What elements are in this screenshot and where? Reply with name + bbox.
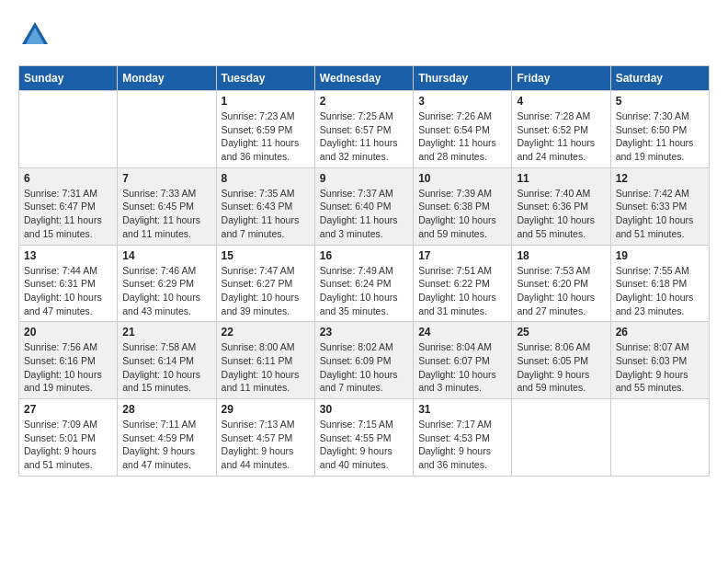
day-number: 20 (24, 326, 112, 339)
day-number: 4 (517, 95, 605, 108)
day-info: Sunrise: 7:53 AM Sunset: 6:20 PM Dayligh… (517, 264, 605, 318)
calendar-cell: 1Sunrise: 7:23 AM Sunset: 6:59 PM Daylig… (216, 91, 314, 168)
day-number: 21 (122, 326, 210, 339)
day-info: Sunrise: 7:40 AM Sunset: 6:36 PM Dayligh… (517, 187, 605, 241)
day-number: 3 (418, 95, 506, 108)
calendar-cell: 24Sunrise: 8:04 AM Sunset: 6:07 PM Dayli… (414, 322, 512, 399)
weekday-header: Thursday (414, 66, 512, 91)
calendar-week-row: 1Sunrise: 7:23 AM Sunset: 6:59 PM Daylig… (19, 91, 710, 168)
calendar-week-row: 27Sunrise: 7:09 AM Sunset: 5:01 PM Dayli… (19, 399, 710, 477)
day-number: 14 (122, 249, 210, 262)
day-info: Sunrise: 7:26 AM Sunset: 6:54 PM Dayligh… (418, 109, 506, 164)
day-number: 22 (222, 326, 310, 339)
day-number: 7 (122, 172, 210, 185)
calendar-cell: 16Sunrise: 7:49 AM Sunset: 6:24 PM Dayli… (314, 245, 413, 322)
calendar-cell: 22Sunrise: 8:00 AM Sunset: 6:11 PM Dayli… (216, 322, 314, 399)
day-info: Sunrise: 7:23 AM Sunset: 6:59 PM Dayligh… (222, 109, 310, 164)
calendar-cell (610, 399, 709, 477)
calendar-cell: 5Sunrise: 7:30 AM Sunset: 6:50 PM Daylig… (610, 91, 709, 168)
day-number: 15 (222, 249, 310, 262)
day-number: 26 (616, 326, 704, 339)
day-number: 24 (418, 326, 506, 339)
day-info: Sunrise: 7:13 AM Sunset: 4:57 PM Dayligh… (222, 418, 310, 472)
weekday-header: Sunday (19, 66, 118, 91)
day-info: Sunrise: 7:39 AM Sunset: 6:38 PM Dayligh… (418, 187, 506, 241)
calendar-cell: 11Sunrise: 7:40 AM Sunset: 6:36 PM Dayli… (512, 167, 610, 245)
calendar-week-row: 6Sunrise: 7:31 AM Sunset: 6:47 PM Daylig… (19, 167, 710, 245)
day-info: Sunrise: 7:56 AM Sunset: 6:16 PM Dayligh… (24, 340, 112, 395)
calendar-cell: 19Sunrise: 7:55 AM Sunset: 6:18 PM Dayli… (610, 245, 709, 322)
calendar-cell: 27Sunrise: 7:09 AM Sunset: 5:01 PM Dayli… (19, 399, 118, 477)
day-number: 17 (418, 249, 506, 262)
day-info: Sunrise: 7:51 AM Sunset: 6:22 PM Dayligh… (418, 264, 506, 318)
day-number: 2 (320, 95, 408, 108)
day-info: Sunrise: 7:37 AM Sunset: 6:40 PM Dayligh… (320, 187, 408, 241)
day-info: Sunrise: 7:35 AM Sunset: 6:43 PM Dayligh… (222, 187, 310, 241)
calendar-cell: 28Sunrise: 7:11 AM Sunset: 4:59 PM Dayli… (118, 399, 216, 477)
logo (18, 18, 56, 52)
calendar-table: SundayMondayTuesdayWednesdayThursdayFrid… (18, 65, 710, 477)
day-info: Sunrise: 7:49 AM Sunset: 6:24 PM Dayligh… (320, 264, 408, 318)
day-info: Sunrise: 7:47 AM Sunset: 6:27 PM Dayligh… (222, 264, 310, 318)
calendar-cell: 25Sunrise: 8:06 AM Sunset: 6:05 PM Dayli… (512, 322, 610, 399)
calendar-cell: 12Sunrise: 7:42 AM Sunset: 6:33 PM Dayli… (610, 167, 709, 245)
day-info: Sunrise: 7:09 AM Sunset: 5:01 PM Dayligh… (24, 418, 112, 472)
day-number: 12 (616, 172, 704, 185)
calendar-cell: 31Sunrise: 7:17 AM Sunset: 4:53 PM Dayli… (414, 399, 512, 477)
day-number: 1 (222, 95, 310, 108)
day-number: 29 (222, 403, 310, 416)
weekday-header: Tuesday (216, 66, 314, 91)
day-number: 27 (24, 403, 112, 416)
calendar-cell: 30Sunrise: 7:15 AM Sunset: 4:55 PM Dayli… (314, 399, 413, 477)
calendar-cell: 3Sunrise: 7:26 AM Sunset: 6:54 PM Daylig… (414, 91, 512, 168)
calendar-cell: 23Sunrise: 8:02 AM Sunset: 6:09 PM Dayli… (314, 322, 413, 399)
day-info: Sunrise: 7:58 AM Sunset: 6:14 PM Dayligh… (122, 340, 210, 395)
calendar-cell: 15Sunrise: 7:47 AM Sunset: 6:27 PM Dayli… (216, 245, 314, 322)
calendar-week-row: 20Sunrise: 7:56 AM Sunset: 6:16 PM Dayli… (19, 322, 710, 399)
logo-icon (18, 18, 51, 52)
weekday-header: Monday (118, 66, 216, 91)
calendar-cell: 17Sunrise: 7:51 AM Sunset: 6:22 PM Dayli… (414, 245, 512, 322)
day-info: Sunrise: 7:55 AM Sunset: 6:18 PM Dayligh… (616, 264, 704, 318)
page-header (18, 18, 710, 52)
day-info: Sunrise: 7:31 AM Sunset: 6:47 PM Dayligh… (24, 187, 112, 241)
calendar-cell (118, 91, 216, 168)
day-info: Sunrise: 7:42 AM Sunset: 6:33 PM Dayligh… (616, 187, 704, 241)
calendar-cell: 8Sunrise: 7:35 AM Sunset: 6:43 PM Daylig… (216, 167, 314, 245)
calendar-cell: 6Sunrise: 7:31 AM Sunset: 6:47 PM Daylig… (19, 167, 118, 245)
day-number: 18 (517, 249, 605, 262)
calendar-cell (512, 399, 610, 477)
calendar-cell: 10Sunrise: 7:39 AM Sunset: 6:38 PM Dayli… (414, 167, 512, 245)
calendar-cell: 20Sunrise: 7:56 AM Sunset: 6:16 PM Dayli… (19, 322, 118, 399)
day-number: 23 (320, 326, 408, 339)
calendar-cell: 26Sunrise: 8:07 AM Sunset: 6:03 PM Dayli… (610, 322, 709, 399)
day-info: Sunrise: 7:33 AM Sunset: 6:45 PM Dayligh… (122, 187, 210, 241)
weekday-header: Wednesday (314, 66, 413, 91)
calendar-cell: 2Sunrise: 7:25 AM Sunset: 6:57 PM Daylig… (314, 91, 413, 168)
day-info: Sunrise: 8:04 AM Sunset: 6:07 PM Dayligh… (418, 340, 506, 395)
day-number: 25 (517, 326, 605, 339)
day-number: 8 (222, 172, 310, 185)
day-number: 31 (418, 403, 506, 416)
calendar-cell: 4Sunrise: 7:28 AM Sunset: 6:52 PM Daylig… (512, 91, 610, 168)
day-info: Sunrise: 8:06 AM Sunset: 6:05 PM Dayligh… (517, 340, 605, 395)
day-number: 5 (616, 95, 704, 108)
day-number: 30 (320, 403, 408, 416)
day-number: 10 (418, 172, 506, 185)
day-info: Sunrise: 7:25 AM Sunset: 6:57 PM Dayligh… (320, 109, 408, 164)
calendar-cell: 7Sunrise: 7:33 AM Sunset: 6:45 PM Daylig… (118, 167, 216, 245)
calendar-cell: 9Sunrise: 7:37 AM Sunset: 6:40 PM Daylig… (314, 167, 413, 245)
day-info: Sunrise: 7:15 AM Sunset: 4:55 PM Dayligh… (320, 418, 408, 472)
day-info: Sunrise: 7:11 AM Sunset: 4:59 PM Dayligh… (122, 418, 210, 472)
day-number: 16 (320, 249, 408, 262)
calendar-cell: 18Sunrise: 7:53 AM Sunset: 6:20 PM Dayli… (512, 245, 610, 322)
calendar-cell (19, 91, 118, 168)
calendar-cell: 14Sunrise: 7:46 AM Sunset: 6:29 PM Dayli… (118, 245, 216, 322)
day-number: 19 (616, 249, 704, 262)
calendar-week-row: 13Sunrise: 7:44 AM Sunset: 6:31 PM Dayli… (19, 245, 710, 322)
day-number: 6 (24, 172, 112, 185)
day-info: Sunrise: 7:28 AM Sunset: 6:52 PM Dayligh… (517, 109, 605, 164)
weekday-header-row: SundayMondayTuesdayWednesdayThursdayFrid… (19, 66, 710, 91)
calendar-cell: 29Sunrise: 7:13 AM Sunset: 4:57 PM Dayli… (216, 399, 314, 477)
day-info: Sunrise: 7:46 AM Sunset: 6:29 PM Dayligh… (122, 264, 210, 318)
